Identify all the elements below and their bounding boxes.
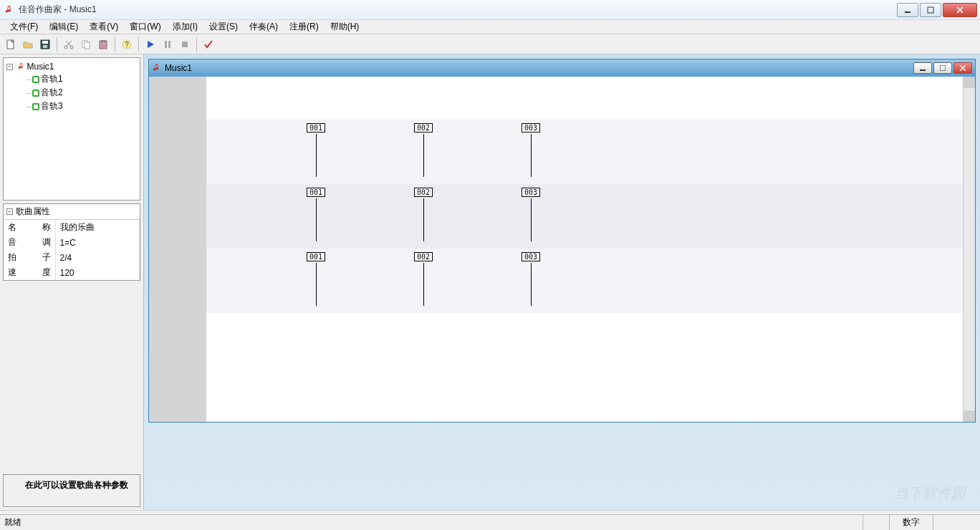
check-button[interactable]	[201, 37, 216, 52]
tree-track-label: 音轨2	[41, 87, 63, 99]
mdi-close-button[interactable]	[953, 62, 972, 74]
toolbar: ?	[0, 34, 980, 54]
properties-header[interactable]: − 歌曲属性	[4, 204, 140, 220]
barline-icon	[316, 134, 317, 177]
help-button[interactable]: ?	[119, 37, 135, 52]
barline-icon	[316, 198, 317, 241]
stop-button[interactable]	[177, 37, 193, 52]
measure-mark[interactable]: 001	[307, 123, 325, 177]
titlebar: 佳音作曲家 - Music1	[0, 0, 980, 20]
measure-number: 001	[307, 188, 325, 197]
menu-window[interactable]: 窗口(W)	[124, 19, 166, 34]
pause-button[interactable]	[160, 37, 176, 52]
tree-track-3[interactable]: ···· 音轨3	[6, 100, 137, 113]
prop-value: 我的乐曲	[55, 220, 140, 235]
sidebar-spacer	[3, 284, 140, 471]
cut-button[interactable]	[61, 37, 77, 52]
svg-rect-17	[920, 69, 926, 71]
workspace: Music1 音轨1 001 002 003	[144, 54, 980, 510]
mdi-titlebar[interactable]: Music1	[149, 59, 975, 77]
barline-icon	[316, 263, 317, 306]
menu-help[interactable]: 帮助(H)	[325, 19, 365, 34]
menu-settings[interactable]: 设置(S)	[203, 19, 244, 34]
tree-root-label: Music1	[27, 62, 54, 72]
minimize-button[interactable]	[897, 3, 918, 17]
prop-value: 1=C	[55, 235, 140, 250]
barline-icon	[531, 198, 532, 241]
measure-mark[interactable]: 003	[522, 188, 540, 241]
measure-mark[interactable]: 002	[414, 252, 433, 306]
status-cell-empty2	[933, 515, 976, 530]
prop-row-tempo[interactable]: 速 度120	[4, 265, 140, 280]
menu-edit[interactable]: 编辑(E)	[44, 19, 84, 34]
menu-register[interactable]: 注册(R)	[284, 19, 325, 34]
copy-button[interactable]	[78, 37, 94, 52]
measure-number: 002	[414, 252, 433, 261]
track-icon	[32, 76, 39, 83]
tree-track-label: 音轨1	[41, 73, 63, 85]
tree-track-2[interactable]: ···· 音轨2	[6, 86, 137, 100]
prop-label: 音 调	[4, 235, 55, 250]
open-button[interactable]	[20, 37, 36, 52]
measure-mark[interactable]: 001	[307, 188, 325, 241]
prop-label: 拍 子	[4, 250, 55, 265]
status-numlock: 数字	[889, 515, 933, 530]
track-row-1[interactable]: 音轨1 001 002 003	[206, 120, 963, 184]
maximize-button[interactable]	[920, 3, 941, 17]
measure-mark[interactable]: 002	[414, 188, 433, 241]
play-button[interactable]	[143, 37, 158, 52]
barline-icon	[423, 198, 424, 241]
svg-text:?: ?	[125, 41, 129, 49]
measure-number: 001	[307, 252, 325, 261]
tree-connector: ·	[14, 63, 16, 70]
barline-icon	[531, 263, 532, 306]
vertical-scrollbar[interactable]	[963, 77, 975, 422]
svg-rect-1	[928, 7, 933, 13]
new-button[interactable]	[3, 37, 19, 52]
measure-mark[interactable]: 003	[522, 123, 540, 177]
prop-row-name[interactable]: 名 称我的乐曲	[4, 220, 140, 235]
measure-number: 003	[522, 252, 540, 261]
tree-root[interactable]: − · Music1	[6, 61, 137, 72]
tree-track-1[interactable]: ···· 音轨1	[6, 72, 137, 86]
menubar: 文件(F) 编辑(E) 查看(V) 窗口(W) 添加(I) 设置(S) 伴奏(A…	[0, 20, 980, 34]
track-gutter	[149, 77, 206, 422]
menu-view[interactable]: 查看(V)	[84, 19, 124, 34]
tree-collapse-icon[interactable]: −	[6, 64, 13, 70]
measure-mark[interactable]: 001	[307, 252, 325, 306]
collapse-icon[interactable]: −	[6, 208, 13, 215]
menu-accompaniment[interactable]: 伴奏(A)	[244, 19, 284, 34]
toolbar-separator	[115, 37, 115, 52]
prop-row-key[interactable]: 音 调1=C	[4, 235, 140, 250]
track-row-2[interactable]: 音轨2 001 002 003	[206, 184, 963, 249]
track-icon	[32, 90, 39, 97]
hint-text: 在此可以设置歌曲各种参数	[25, 480, 128, 490]
measure-number: 002	[414, 123, 433, 132]
mdi-minimize-button[interactable]	[913, 62, 932, 74]
svg-rect-9	[85, 42, 90, 49]
mdi-title: Music1	[165, 63, 913, 73]
track-row-3[interactable]: 音轨3 001 002 003	[206, 249, 963, 313]
app-icon	[4, 5, 14, 15]
save-button[interactable]	[37, 37, 53, 52]
music-icon	[152, 63, 162, 73]
score-top-spacer	[206, 77, 963, 120]
measure-mark[interactable]: 003	[522, 252, 540, 306]
properties-table: 名 称我的乐曲 音 调1=C 拍 子2/4 速 度120	[4, 220, 140, 280]
prop-label: 速 度	[4, 265, 55, 280]
main-area: − · Music1 ···· 音轨1 ···· 音轨2 ···· 音轨3	[0, 54, 980, 510]
statusbar: 就绪 数字	[0, 514, 980, 530]
menu-file[interactable]: 文件(F)	[4, 19, 44, 34]
status-cell-empty	[863, 515, 889, 530]
properties-panel: − 歌曲属性 名 称我的乐曲 音 调1=C 拍 子2/4 速 度120	[3, 203, 140, 281]
menu-add[interactable]: 添加(I)	[167, 19, 203, 34]
measure-mark[interactable]: 002	[414, 123, 433, 177]
prop-row-beat[interactable]: 拍 子2/4	[4, 250, 140, 265]
mdi-maximize-button[interactable]	[933, 62, 952, 74]
mdi-window: Music1 音轨1 001 002 003	[148, 59, 976, 423]
barline-icon	[423, 134, 424, 177]
close-button[interactable]	[943, 3, 977, 17]
prop-value: 120	[55, 265, 140, 280]
paste-button[interactable]	[95, 37, 111, 52]
score-area[interactable]: 音轨1 001 002 003 音轨2 001 002 003 音轨3 001	[206, 77, 963, 422]
